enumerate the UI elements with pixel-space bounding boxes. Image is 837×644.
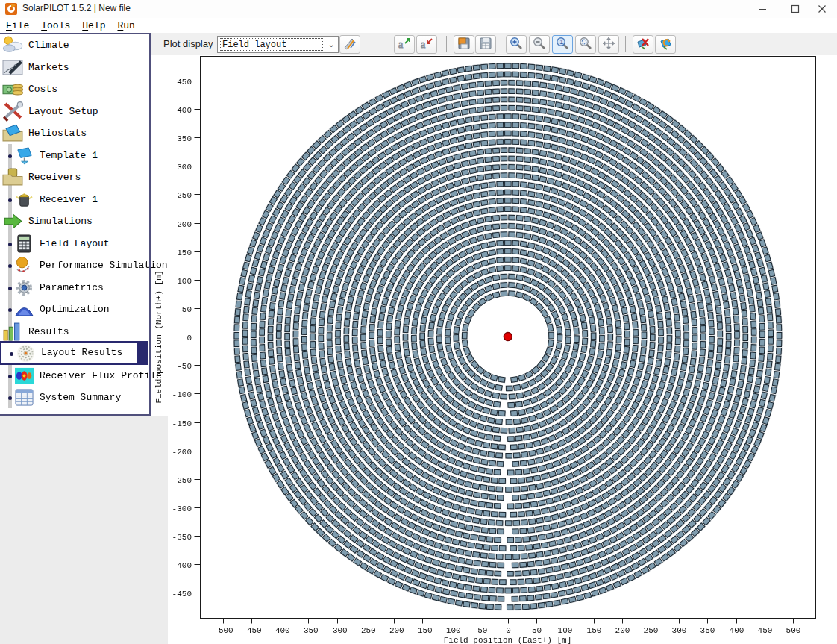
markets-icon <box>1 57 25 78</box>
zoom-fit-button[interactable] <box>575 35 596 54</box>
sidebar-item-label: Markets <box>28 62 69 73</box>
move-heliostat-button[interactable] <box>655 35 676 54</box>
plot-toolbar: Plot display Field layout ⌄ aa1 <box>151 33 837 55</box>
template-icon <box>14 146 34 165</box>
simulations-icon <box>1 211 25 231</box>
tree-bullet <box>8 154 12 158</box>
minimize-button[interactable] <box>746 0 779 18</box>
sidebar-item-label: Heliostats <box>28 128 87 139</box>
sidebar-item-receiver-1[interactable]: Receiver 1 <box>0 189 148 211</box>
chevron-down-icon[interactable]: ⌄ <box>325 40 338 49</box>
menu-bar: FileToolsHelpRun <box>0 18 837 33</box>
title-bar[interactable]: SolarPILOT 1.5.2 | New file <box>0 0 837 18</box>
menu-run[interactable]: Run <box>111 19 140 31</box>
edit-plot-icon <box>343 37 357 53</box>
plot-type-dropdown[interactable]: Field layout ⌄ <box>217 36 339 53</box>
tree-bullet <box>8 264 12 268</box>
tree-bullet <box>8 198 12 202</box>
performance-simulation-icon <box>14 256 34 275</box>
zoom-original-icon: 1 <box>556 37 569 53</box>
parametrics-icon <box>14 278 34 297</box>
sidebar-item-layout-results[interactable]: Layout Results <box>0 341 148 365</box>
save-data-icon <box>479 37 492 53</box>
zoom-out-icon <box>533 37 546 53</box>
tree-bullet <box>8 287 12 290</box>
optimization-icon <box>14 300 34 319</box>
close-button[interactable] <box>806 0 837 18</box>
sidebar-item-label: Optimization <box>40 304 110 315</box>
menu-tools[interactable]: Tools <box>35 19 76 31</box>
navigation-sidebar: ClimateMarketsCostsLayout SetupHeliostat… <box>0 33 151 416</box>
receivers-icon <box>1 167 25 187</box>
zoom-in-button[interactable] <box>506 35 527 54</box>
tree-bullet <box>8 375 12 378</box>
heliostats-icon <box>1 123 25 143</box>
sidebar-item-label: Layout Setup <box>28 106 98 117</box>
sidebar-item-performance-simulation[interactable]: Performance Simulation <box>0 254 148 277</box>
layout-results-icon <box>16 344 36 363</box>
sidebar-item-receiver-flux-profile[interactable]: Receiver Flux Profile <box>0 365 148 387</box>
sidebar-item-receivers[interactable]: Receivers <box>0 166 148 189</box>
sidebar-item-system-summary[interactable]: System Summary <box>0 387 148 409</box>
sidebar-item-label: Field Layout <box>40 238 110 249</box>
field-layout-plot[interactable] <box>151 55 837 644</box>
delete-heliostat-button[interactable] <box>633 35 653 54</box>
sidebar-item-label: Receiver 1 <box>40 194 98 205</box>
sidebar-item-label: Costs <box>28 84 57 95</box>
edit-plot-style-button[interactable] <box>339 35 360 54</box>
font-increase-icon: a <box>398 37 411 53</box>
pan-button[interactable] <box>598 35 619 54</box>
sidebar-item-template-1[interactable]: Template 1 <box>0 145 148 167</box>
zoom-out-button[interactable] <box>529 35 550 54</box>
tree-bullet <box>8 396 12 400</box>
sidebar-item-label: Simulations <box>28 216 93 227</box>
menu-help[interactable]: Help <box>76 19 111 31</box>
toolbar-separator <box>386 36 386 52</box>
font-decrease-button[interactable]: a <box>416 35 437 54</box>
sidebar-item-results[interactable]: Results <box>0 321 148 343</box>
svg-text:a: a <box>421 39 426 50</box>
move-heliostat-icon <box>659 37 672 53</box>
layout-setup-icon <box>1 101 25 122</box>
tree-bullet <box>10 352 13 356</box>
sidebar-item-label: Template 1 <box>40 150 98 161</box>
results-icon <box>1 322 25 342</box>
plot-display-label: Plot display <box>163 38 213 49</box>
sidebar-item-optimization[interactable]: Optimization <box>0 298 148 321</box>
zoom-fit-icon <box>579 37 592 53</box>
sidebar-item-simulations[interactable]: Simulations <box>0 210 148 233</box>
sidebar-item-heliostats[interactable]: Heliostats <box>0 122 148 145</box>
save-image-icon <box>457 37 471 53</box>
toolbar-separator <box>498 36 498 52</box>
sidebar-item-label: Receiver Flux Profile <box>40 370 162 381</box>
sidebar-item-layout-setup[interactable]: Layout Setup <box>0 101 148 123</box>
sidebar-item-climate[interactable]: Climate <box>0 34 148 57</box>
system-summary-icon <box>14 388 34 407</box>
sidebar-item-label: Performance Simulation <box>40 260 168 271</box>
font-increase-button[interactable]: a <box>394 35 415 54</box>
svg-text:1: 1 <box>559 38 563 46</box>
sidebar-item-costs[interactable]: Costs <box>0 78 148 101</box>
tree-bullet <box>8 243 12 246</box>
sidebar-item-label: Climate <box>28 40 69 51</box>
delete-heliostat-icon <box>636 37 650 53</box>
climate-icon <box>1 35 25 55</box>
left-panel-background <box>0 416 168 644</box>
sidebar-item-label: Results <box>28 326 69 337</box>
zoom-original-button[interactable]: 1 <box>552 35 573 54</box>
solarpilot-window: SolarPILOT 1.5.2 | New file FileToolsHel… <box>0 0 837 644</box>
sidebar-item-markets[interactable]: Markets <box>0 57 148 79</box>
solarpilot-logo-icon <box>5 3 17 15</box>
sidebar-item-field-layout[interactable]: Field Layout <box>0 233 148 255</box>
save-image-button[interactable] <box>454 35 474 54</box>
tree-bullet <box>8 308 12 312</box>
window-title: SolarPILOT 1.5.2 | New file <box>22 3 131 13</box>
sidebar-item-label: System Summary <box>40 392 121 403</box>
save-data-button[interactable] <box>475 35 496 54</box>
toolbar-separator <box>446 36 447 52</box>
field-layout-icon <box>14 234 34 253</box>
pan-icon <box>602 37 615 53</box>
sidebar-item-parametrics[interactable]: Parametrics <box>0 277 148 299</box>
menu-file[interactable]: File <box>0 19 35 31</box>
costs-icon <box>1 79 25 99</box>
